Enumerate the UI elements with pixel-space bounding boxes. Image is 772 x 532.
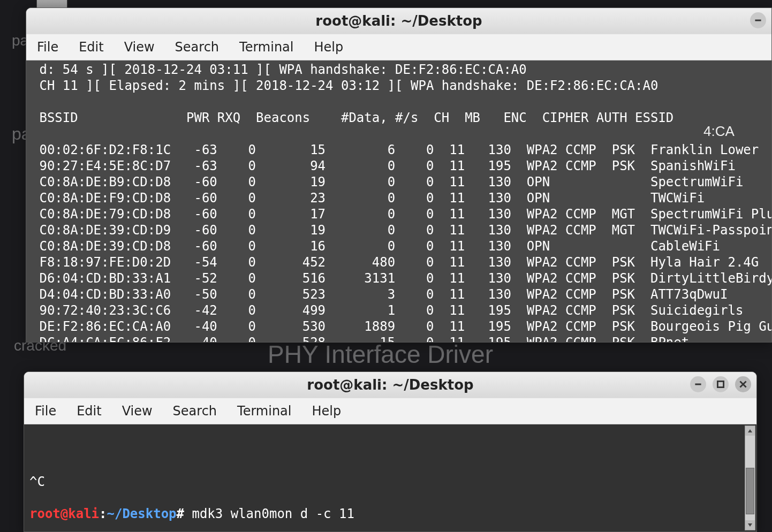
- close-button[interactable]: [735, 376, 751, 392]
- menu-help[interactable]: Help: [312, 404, 342, 419]
- terminal-output[interactable]: d: 54 s ][ 2018-12-24 03:11 ][ WPA hands…: [26, 60, 771, 342]
- scroll-down-button[interactable]: [745, 520, 755, 530]
- window-title: root@kali: ~/Desktop: [315, 13, 482, 29]
- prompt-hash: #: [177, 506, 184, 521]
- terminal-window-airodump[interactable]: root@kali: ~/Desktop File Edit View Sear…: [26, 7, 772, 343]
- menu-terminal[interactable]: Terminal: [239, 40, 293, 55]
- terminal-line: ^C: [29, 474, 751, 490]
- bg-text: PHY Interface Driver: [268, 340, 493, 369]
- svg-marker-5: [748, 429, 752, 432]
- menu-search[interactable]: Search: [175, 40, 219, 55]
- scrollbar[interactable]: [745, 425, 755, 530]
- scrollbar-thumb[interactable]: [746, 468, 754, 514]
- command-text: mdk3 wlan0mon d -c 11: [184, 506, 354, 521]
- window-title: root@kali: ~/Desktop: [307, 377, 473, 393]
- menubar: File Edit View Search Terminal Help: [26, 34, 771, 60]
- prompt-line: root@kali:~/Desktop# mdk3 wlan0mon d -c …: [29, 506, 751, 522]
- menu-view[interactable]: View: [124, 40, 155, 55]
- scroll-up-button[interactable]: [745, 426, 755, 436]
- maximize-button[interactable]: [713, 376, 729, 392]
- menu-search[interactable]: Search: [173, 404, 217, 419]
- minimize-button[interactable]: [750, 12, 766, 28]
- menu-terminal[interactable]: Terminal: [237, 404, 291, 419]
- terminal-output[interactable]: ^C root@kali:~/Desktop# mdk3 wlan0mon d …: [24, 424, 756, 531]
- menu-view[interactable]: View: [122, 404, 153, 419]
- menu-file[interactable]: File: [37, 40, 58, 55]
- bg-text: 4:CA: [703, 123, 735, 140]
- menu-edit[interactable]: Edit: [79, 40, 103, 55]
- prompt-user: root@kali: [29, 506, 99, 521]
- prompt-colon: :: [99, 506, 107, 521]
- svg-rect-2: [717, 381, 723, 387]
- menu-edit[interactable]: Edit: [77, 404, 101, 419]
- minimize-button[interactable]: [690, 376, 706, 392]
- menu-help[interactable]: Help: [314, 40, 344, 55]
- menu-file[interactable]: File: [35, 404, 56, 419]
- terminal-window-mdk3[interactable]: root@kali: ~/Desktop File Edit View Sear…: [24, 371, 757, 532]
- terminal-line: [29, 442, 751, 458]
- prompt-path: ~/Desktop: [107, 506, 177, 521]
- titlebar[interactable]: root@kali: ~/Desktop: [26, 8, 771, 34]
- menubar: File Edit View Search Terminal Help: [24, 398, 756, 424]
- svg-marker-6: [748, 523, 752, 527]
- titlebar[interactable]: root@kali: ~/Desktop: [24, 372, 756, 398]
